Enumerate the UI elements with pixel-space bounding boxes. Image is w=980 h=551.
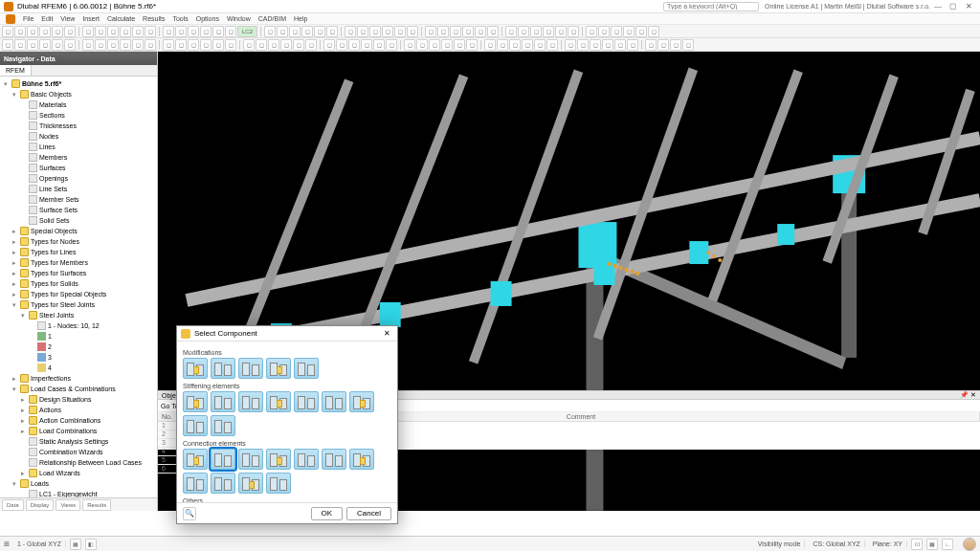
close-button[interactable]: ✕	[961, 2, 976, 11]
toolbar-button[interactable]: ◻	[82, 26, 94, 37]
tree-item[interactable]: Lines	[2, 142, 155, 152]
tree-item[interactable]: LC1 - Eigengewicht	[2, 489, 155, 497]
toolbar-button[interactable]: ◻	[682, 39, 694, 51]
tree-item[interactable]: Solid Sets	[2, 215, 155, 226]
component-thumbnail[interactable]	[211, 358, 235, 379]
tree-item[interactable]: ▾Steel Joints	[2, 310, 155, 320]
component-thumbnail[interactable]	[183, 473, 208, 494]
toolbar-button[interactable]: ◻	[614, 39, 626, 51]
toolbar-button[interactable]: ◻	[256, 39, 267, 51]
toolbar-button[interactable]: ◻	[200, 39, 212, 51]
component-thumbnail[interactable]	[238, 473, 263, 494]
toolbar-button[interactable]: ◻	[301, 26, 313, 37]
tree-item[interactable]: ▾Loads	[2, 478, 155, 489]
toolbar-button[interactable]: ◻	[555, 26, 567, 37]
toolbar-button[interactable]: ◻	[120, 26, 131, 37]
toolbar-button[interactable]: ◻	[382, 26, 393, 37]
tree-item[interactable]: ▸Action Combinations	[2, 415, 155, 426]
toolbar-button[interactable]: ◻	[145, 39, 156, 51]
navigator-tab-rfem[interactable]: RFEM	[0, 65, 32, 76]
toolbar-button[interactable]: ◻	[82, 39, 94, 51]
toolbar-button[interactable]: ◻	[487, 26, 499, 37]
status-btn[interactable]: ▦	[70, 539, 81, 550]
toolbar-button[interactable]: ◻	[348, 39, 360, 51]
file-icon[interactable]	[6, 14, 15, 24]
toolbar-button[interactable]: ◻	[407, 26, 418, 37]
component-thumbnail[interactable]	[266, 473, 291, 494]
toolbar-button[interactable]: ◻	[107, 39, 119, 51]
toolbar-button[interactable]: ◻	[462, 26, 474, 37]
toolbar-button[interactable]: ◻	[225, 26, 236, 37]
toolbar-button[interactable]: ◻	[505, 26, 517, 37]
toolbar-button[interactable]: ◻	[95, 39, 106, 51]
toolbar-button[interactable]: ◻	[27, 39, 38, 51]
bottom-dock-pin-icon[interactable]: 📌 ✕	[960, 391, 976, 399]
toolbar-button[interactable]: ◻	[39, 39, 51, 51]
toolbar-button[interactable]: ◻	[590, 39, 601, 51]
toolbar-button[interactable]: ◻	[188, 26, 199, 37]
toolbar-button[interactable]: ◻	[264, 26, 276, 37]
tree-item[interactable]: ▾Bühne 5.rf6*	[2, 78, 155, 89]
toolbar-button[interactable]: ◻	[454, 39, 465, 51]
tree-item[interactable]: 1	[2, 331, 155, 342]
toolbar-button[interactable]: ◻	[212, 26, 224, 37]
tree-item[interactable]: ▸Load Combinations	[2, 426, 155, 436]
toolbar-button[interactable]: ◻	[416, 39, 428, 51]
toolbar-button[interactable]: ◻	[200, 26, 212, 37]
toolbar-button[interactable]: ◻	[518, 26, 529, 37]
toolbar-button[interactable]: ◻	[212, 39, 224, 51]
tree-item[interactable]: 4	[2, 363, 155, 373]
toolbar-button[interactable]: ◻	[425, 26, 436, 37]
toolbar-button[interactable]: ◻	[345, 26, 356, 37]
toolbar-button[interactable]: ◻	[623, 26, 635, 37]
toolbar-button[interactable]: ◻	[132, 39, 144, 51]
ok-button[interactable]: OK	[311, 507, 344, 520]
component-thumbnail[interactable]	[211, 449, 235, 470]
toolbar-button[interactable]: ◻	[120, 39, 131, 51]
menu-view[interactable]: View	[60, 15, 75, 22]
toolbar-button[interactable]: ◻	[429, 39, 440, 51]
component-thumbnail[interactable]	[238, 391, 263, 412]
toolbar-button[interactable]: ◻	[132, 26, 144, 37]
cancel-button[interactable]: Cancel	[346, 507, 391, 520]
tree-item[interactable]: Sections	[2, 110, 155, 121]
tree-item[interactable]: ▸Types for Members	[2, 257, 155, 268]
loadcase-dropdown[interactable]: LC2	[237, 26, 257, 37]
toolbar-button[interactable]: ◻	[145, 26, 156, 37]
tree-item[interactable]: ▾Types for Steel Joints	[2, 299, 155, 310]
toolbar-button[interactable]: ◻	[373, 39, 385, 51]
menu-edit[interactable]: Edit	[41, 15, 53, 22]
menu-window[interactable]: Window	[227, 15, 251, 22]
toolbar-button[interactable]: ◻	[323, 39, 335, 51]
toolbar-button[interactable]: ◻	[534, 39, 546, 51]
toolbar-button[interactable]: ◻	[289, 26, 301, 37]
tree-item[interactable]: Combination Wizards	[2, 447, 155, 457]
toolbar-button[interactable]: ◻	[509, 39, 521, 51]
component-thumbnail[interactable]	[183, 391, 208, 412]
status-cs[interactable]: CS: Global XYZ	[809, 540, 864, 547]
toolbar-button[interactable]: ◻	[586, 26, 597, 37]
dialog-search-icon[interactable]: 🔍	[183, 507, 196, 520]
toolbar-button[interactable]: ◻	[336, 39, 347, 51]
status-grid-icon[interactable]: ▦	[926, 539, 938, 550]
toolbar-button[interactable]: ◻	[268, 39, 279, 51]
toolbar-button[interactable]: ◻	[568, 26, 579, 37]
toolbar-button[interactable]: ◻	[64, 26, 76, 37]
toolbar-button[interactable]: ◻	[497, 39, 508, 51]
component-thumbnail[interactable]	[211, 391, 235, 412]
toolbar-button[interactable]: ◻	[530, 26, 542, 37]
component-thumbnail[interactable]	[183, 358, 208, 379]
menu-tools[interactable]: Tools	[172, 15, 188, 22]
tree-item[interactable]: ▾Load Cases & Combinations	[2, 384, 155, 394]
toolbar-button[interactable]: ◻	[394, 26, 406, 37]
toolbar-button[interactable]: ◻	[404, 39, 415, 51]
nav-bottom-tab-results[interactable]: Results	[82, 499, 111, 511]
toolbar-button[interactable]: ◻	[175, 39, 187, 51]
tree-item[interactable]: ▸Load Wizards	[2, 468, 155, 478]
toolbar-button[interactable]: ◻	[386, 39, 397, 51]
toolbar-button[interactable]: ◻	[95, 26, 106, 37]
toolbar-button[interactable]: ◻	[369, 26, 381, 37]
tree-item[interactable]: Surfaces	[2, 163, 155, 173]
toolbar-button[interactable]: ◻	[163, 39, 174, 51]
toolbar-button[interactable]: ◻	[657, 39, 669, 51]
